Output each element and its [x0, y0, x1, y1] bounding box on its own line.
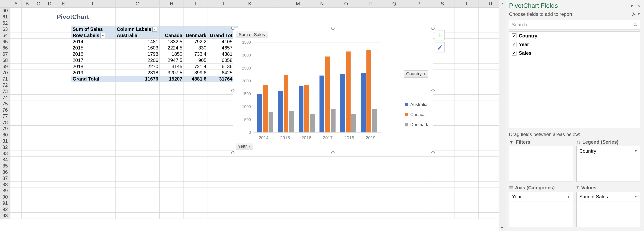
bar[interactable] — [268, 112, 273, 132]
cell[interactable] — [160, 132, 184, 138]
cell[interactable] — [44, 88, 55, 94]
cell[interactable] — [55, 88, 72, 94]
cell[interactable] — [33, 26, 44, 32]
cell[interactable] — [116, 206, 160, 212]
cell[interactable] — [430, 70, 454, 76]
bar[interactable] — [263, 85, 268, 132]
cell[interactable] — [72, 169, 116, 175]
cell[interactable]: 2019 — [72, 70, 116, 76]
cell[interactable] — [358, 200, 382, 206]
cell[interactable] — [44, 200, 55, 206]
cell[interactable] — [22, 88, 33, 94]
cell[interactable] — [116, 14, 160, 20]
cell[interactable] — [454, 26, 478, 32]
cell[interactable] — [72, 7, 116, 14]
cell[interactable] — [310, 188, 334, 194]
cell[interactable] — [406, 14, 430, 20]
cell[interactable] — [454, 82, 478, 88]
cell[interactable] — [184, 157, 208, 163]
cell[interactable] — [208, 188, 238, 194]
cell[interactable] — [238, 157, 262, 163]
cell[interactable]: 2270 — [116, 63, 160, 69]
row-header[interactable]: 61 — [0, 14, 10, 20]
close-icon[interactable]: × — [638, 2, 640, 9]
cell[interactable] — [44, 206, 55, 212]
cell[interactable] — [310, 157, 334, 163]
cell[interactable] — [44, 32, 55, 38]
cell[interactable] — [208, 200, 238, 206]
cell[interactable] — [286, 182, 310, 188]
cell[interactable] — [454, 169, 478, 175]
cell[interactable] — [160, 206, 184, 212]
cell[interactable] — [160, 138, 184, 144]
cell[interactable] — [33, 20, 44, 26]
cell[interactable] — [22, 150, 33, 157]
cell[interactable] — [116, 132, 160, 138]
chart-styles-button[interactable] — [435, 42, 445, 52]
cell[interactable] — [262, 7, 286, 14]
cell[interactable] — [184, 163, 208, 169]
cell[interactable] — [72, 163, 116, 169]
cell[interactable] — [184, 101, 208, 107]
cell[interactable] — [10, 144, 22, 150]
cell[interactable] — [55, 20, 72, 26]
cell[interactable] — [44, 194, 55, 200]
cell[interactable] — [10, 32, 22, 38]
legend-item[interactable]: Canada — [405, 112, 428, 117]
resize-handle[interactable] — [231, 89, 234, 92]
bar-group[interactable] — [296, 85, 317, 132]
column-header[interactable]: A — [10, 0, 22, 7]
cell[interactable] — [10, 7, 22, 14]
cell[interactable] — [55, 26, 72, 32]
row-header[interactable]: 78 — [0, 119, 10, 125]
cell[interactable]: Denmark — [184, 32, 208, 38]
resize-handle[interactable] — [331, 27, 334, 30]
cell[interactable]: 792.2 — [184, 39, 208, 45]
cell[interactable] — [33, 39, 44, 45]
cell[interactable] — [33, 32, 44, 38]
cell[interactable] — [44, 76, 55, 82]
cell[interactable] — [160, 175, 184, 181]
cell[interactable] — [262, 200, 286, 206]
cell[interactable] — [22, 188, 33, 194]
area-item[interactable]: Year▼ — [509, 192, 573, 202]
cell[interactable] — [10, 26, 22, 32]
cell[interactable]: 3207.5 — [160, 70, 184, 76]
cell[interactable]: 2018 — [72, 63, 116, 69]
scroll-down-icon[interactable]: ▾ — [499, 225, 505, 231]
cell[interactable] — [382, 14, 406, 20]
cell[interactable] — [334, 175, 358, 181]
bar[interactable] — [278, 91, 283, 132]
cell[interactable] — [33, 95, 44, 101]
cell[interactable] — [10, 138, 22, 144]
cell[interactable] — [160, 119, 184, 125]
cell[interactable] — [72, 200, 116, 206]
cell[interactable] — [184, 26, 208, 32]
cell[interactable] — [44, 126, 55, 132]
bar[interactable] — [310, 114, 315, 132]
row-header[interactable]: 90 — [0, 194, 10, 200]
cell[interactable] — [334, 7, 358, 14]
cell[interactable] — [55, 163, 72, 169]
cell[interactable] — [454, 7, 478, 14]
cell[interactable] — [33, 213, 44, 219]
column-header[interactable]: C — [33, 0, 44, 7]
cell[interactable] — [22, 200, 33, 206]
cell[interactable] — [10, 70, 22, 76]
cell[interactable] — [116, 95, 160, 101]
column-header[interactable]: J — [208, 0, 238, 7]
cell[interactable] — [116, 138, 160, 144]
cell[interactable] — [454, 175, 478, 181]
cell[interactable] — [22, 45, 33, 51]
row-header[interactable]: 68 — [0, 57, 10, 63]
cell[interactable] — [10, 51, 22, 57]
legend-item[interactable]: Australia — [405, 102, 428, 107]
bar-group[interactable] — [255, 85, 276, 132]
cell[interactable]: Australia — [116, 32, 160, 38]
chart-add-element-button[interactable] — [435, 30, 445, 40]
cell[interactable] — [10, 14, 22, 20]
cell[interactable] — [184, 175, 208, 181]
cell[interactable] — [22, 107, 33, 113]
cell[interactable] — [116, 126, 160, 132]
cell[interactable] — [406, 163, 430, 169]
